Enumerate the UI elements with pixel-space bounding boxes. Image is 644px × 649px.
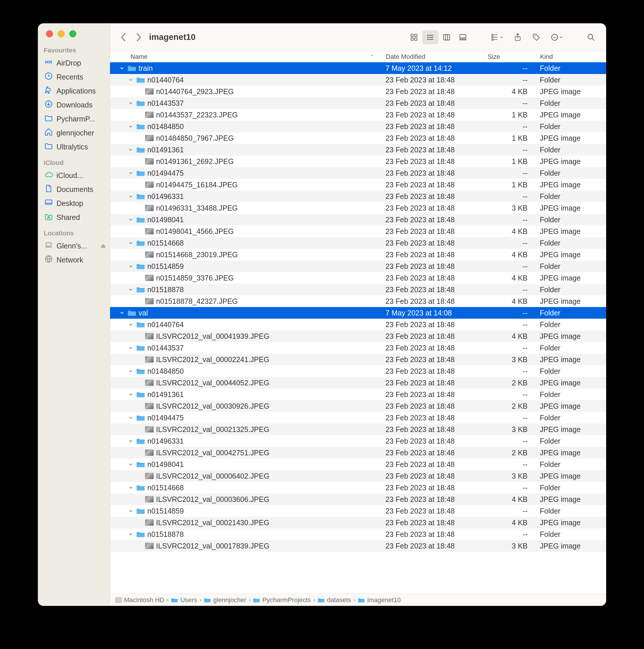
disclosure-triangle-icon[interactable] xyxy=(128,321,134,328)
file-row[interactable]: n01498041_4566.JPEG 23 Feb 2023 at 18:48… xyxy=(110,225,606,237)
disclosure-triangle-icon[interactable] xyxy=(128,368,134,374)
path-segment[interactable]: datasets xyxy=(318,596,351,604)
disclosure-triangle-icon[interactable] xyxy=(128,438,134,444)
minimize-button[interactable] xyxy=(58,30,64,37)
icon-view-button[interactable] xyxy=(406,30,422,44)
file-row[interactable]: ILSVRC2012_val_00006402.JPEG 23 Feb 2023… xyxy=(110,470,606,482)
sidebar-item-pycharmp-[interactable]: PycharmP... xyxy=(38,112,110,126)
file-row[interactable]: n01440764 23 Feb 2023 at 18:48 -- Folder xyxy=(110,319,606,330)
disclosure-triangle-icon[interactable] xyxy=(128,240,134,246)
file-row[interactable]: n01491361 23 Feb 2023 at 18:48 -- Folder xyxy=(110,144,606,156)
file-row[interactable]: ILSVRC2012_val_00044052.JPEG 23 Feb 2023… xyxy=(110,377,606,389)
disclosure-triangle-icon[interactable] xyxy=(128,263,134,269)
path-segment[interactable]: Macintosh HD xyxy=(115,596,164,604)
sidebar-item-airdrop[interactable]: AirDrop xyxy=(38,56,110,70)
sidebar-item-downloads[interactable]: Downloads xyxy=(38,98,110,112)
forward-button[interactable] xyxy=(132,31,145,44)
file-row[interactable]: n01443537 23 Feb 2023 at 18:48 -- Folder xyxy=(110,97,606,109)
file-row[interactable]: n01440764_2923.JPEG 23 Feb 2023 at 18:48… xyxy=(110,86,606,97)
group-by-button[interactable] xyxy=(488,30,507,44)
file-row[interactable]: n01514668 23 Feb 2023 at 18:48 -- Folder xyxy=(110,237,606,249)
file-row[interactable]: ILSVRC2012_val_00002241.JPEG 23 Feb 2023… xyxy=(110,354,606,365)
file-row[interactable]: n01496331_33488.JPEG 23 Feb 2023 at 18:4… xyxy=(110,202,606,214)
file-row[interactable]: n01491361_2692.JPEG 23 Feb 2023 at 18:48… xyxy=(110,156,606,167)
file-list[interactable]: train 7 May 2023 at 14:12 -- Folder n014… xyxy=(110,62,606,576)
file-row[interactable]: val 7 May 2023 at 14:08 -- Folder xyxy=(110,307,606,319)
file-row[interactable]: ILSVRC2012_val_00017839.JPEG 23 Feb 2023… xyxy=(110,540,606,552)
disclosure-triangle-icon[interactable] xyxy=(128,508,134,514)
sidebar-item-ultralytics[interactable]: Ultralytics xyxy=(38,140,110,154)
file-row[interactable]: n01443537_22323.JPEG 23 Feb 2023 at 18:4… xyxy=(110,109,606,121)
disclosure-triangle-icon[interactable] xyxy=(128,123,134,130)
column-size[interactable]: Size xyxy=(484,53,536,60)
disclosure-triangle-icon[interactable] xyxy=(128,415,134,421)
disclosure-triangle-icon[interactable] xyxy=(128,100,134,106)
disclosure-triangle-icon[interactable] xyxy=(128,216,134,223)
file-row[interactable]: ILSVRC2012_val_00030926.JPEG 23 Feb 2023… xyxy=(110,400,606,412)
disclosure-triangle-icon[interactable] xyxy=(128,170,134,176)
file-row[interactable]: n01514668 23 Feb 2023 at 18:48 -- Folder xyxy=(110,482,606,493)
file-row[interactable]: n01518878 23 Feb 2023 at 18:48 -- Folder xyxy=(110,528,606,540)
file-row[interactable]: n01494475 23 Feb 2023 at 18:48 -- Folder xyxy=(110,167,606,179)
tags-button[interactable] xyxy=(528,30,544,44)
sidebar-item-network[interactable]: Network xyxy=(38,253,110,267)
file-row[interactable]: n01484850 23 Feb 2023 at 18:48 -- Folder xyxy=(110,365,606,377)
path-segment[interactable]: imagenet10 xyxy=(358,596,401,604)
disclosure-triangle-icon[interactable] xyxy=(119,65,125,71)
file-row[interactable]: ILSVRC2012_val_00041939.JPEG 23 Feb 2023… xyxy=(110,330,606,342)
disclosure-triangle-icon[interactable] xyxy=(119,310,125,316)
file-row[interactable]: n01498041 23 Feb 2023 at 18:48 -- Folder xyxy=(110,459,606,470)
list-view-button[interactable] xyxy=(422,30,439,44)
sidebar-item-icloud-[interactable]: iCloud... xyxy=(38,168,110,182)
disclosure-triangle-icon[interactable] xyxy=(128,461,134,468)
sidebar-item-glenn-s-[interactable]: Glenn's... ⏏ xyxy=(38,239,110,253)
sidebar-item-desktop[interactable]: Desktop xyxy=(38,196,110,210)
file-row[interactable]: n01518878_42327.JPEG 23 Feb 2023 at 18:4… xyxy=(110,295,606,307)
file-row[interactable]: n01496331 23 Feb 2023 at 18:48 -- Folder xyxy=(110,190,606,202)
file-row[interactable]: n01498041 23 Feb 2023 at 18:48 -- Folder xyxy=(110,214,606,225)
disclosure-triangle-icon[interactable] xyxy=(128,345,134,351)
file-row[interactable]: n01440764 23 Feb 2023 at 18:48 -- Folder xyxy=(110,74,606,86)
file-row[interactable]: n01514668_23019.JPEG 23 Feb 2023 at 18:4… xyxy=(110,249,606,260)
file-row[interactable]: n01494475_16184.JPEG 23 Feb 2023 at 18:4… xyxy=(110,179,606,190)
path-segment[interactable]: Users xyxy=(171,596,197,604)
file-row[interactable]: n01496331 23 Feb 2023 at 18:48 -- Folder xyxy=(110,435,606,447)
column-view-button[interactable] xyxy=(439,30,455,44)
disclosure-triangle-icon[interactable] xyxy=(128,286,134,293)
file-row[interactable]: ILSVRC2012_val_00003606.JPEG 23 Feb 2023… xyxy=(110,493,606,505)
share-button[interactable] xyxy=(509,30,526,44)
column-kind[interactable]: Kind xyxy=(536,53,606,60)
back-button[interactable] xyxy=(117,31,130,44)
disclosure-triangle-icon[interactable] xyxy=(128,193,134,200)
path-segment[interactable]: PycharmProjects xyxy=(253,596,311,604)
file-row[interactable]: n01484850_7967.JPEG 23 Feb 2023 at 18:48… xyxy=(110,132,606,144)
column-name[interactable]: Name⌃ xyxy=(110,53,382,60)
path-segment[interactable]: glennjocher xyxy=(204,596,246,604)
file-row[interactable]: n01494475 23 Feb 2023 at 18:48 -- Folder xyxy=(110,412,606,424)
action-menu-button[interactable] xyxy=(547,30,566,44)
zoom-button[interactable] xyxy=(69,30,76,37)
sidebar-item-glennjocher[interactable]: glennjocher xyxy=(38,126,110,140)
file-row[interactable]: ILSVRC2012_val_00042751.JPEG 23 Feb 2023… xyxy=(110,447,606,459)
search-button[interactable] xyxy=(583,30,599,44)
file-row[interactable]: train 7 May 2023 at 14:12 -- Folder xyxy=(110,62,606,74)
disclosure-triangle-icon[interactable] xyxy=(128,484,134,491)
column-date-modified[interactable]: Date Modified xyxy=(382,53,484,60)
file-row[interactable]: n01484850 23 Feb 2023 at 18:48 -- Folder xyxy=(110,121,606,132)
sidebar-item-shared[interactable]: Shared xyxy=(38,210,110,224)
gallery-view-button[interactable] xyxy=(455,30,471,44)
sidebar-item-applications[interactable]: Applications xyxy=(38,84,110,98)
file-row[interactable]: n01514859 23 Feb 2023 at 18:48 -- Folder xyxy=(110,505,606,517)
disclosure-triangle-icon[interactable] xyxy=(128,391,134,398)
file-row[interactable]: n01518878 23 Feb 2023 at 18:48 -- Folder xyxy=(110,284,606,295)
disclosure-triangle-icon[interactable] xyxy=(128,531,134,537)
disclosure-triangle-icon[interactable] xyxy=(128,146,134,153)
file-row[interactable]: ILSVRC2012_val_00021430.JPEG 23 Feb 2023… xyxy=(110,517,606,528)
file-row[interactable]: n01491361 23 Feb 2023 at 18:48 -- Folder xyxy=(110,389,606,400)
close-button[interactable] xyxy=(46,30,53,37)
file-row[interactable]: n01443537 23 Feb 2023 at 18:48 -- Folder xyxy=(110,342,606,354)
disclosure-triangle-icon[interactable] xyxy=(128,77,134,83)
file-row[interactable]: n01514859_3376.JPEG 23 Feb 2023 at 18:48… xyxy=(110,272,606,284)
eject-icon[interactable]: ⏏ xyxy=(101,243,106,249)
file-row[interactable]: n01514859 23 Feb 2023 at 18:48 -- Folder xyxy=(110,260,606,272)
